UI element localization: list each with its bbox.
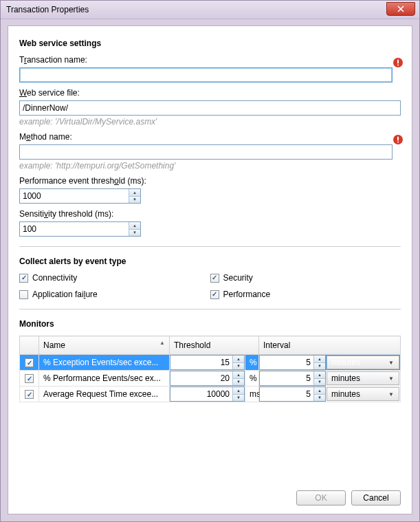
interval-unit-select[interactable]: minutes▼ <box>327 356 399 369</box>
table-row[interactable]: Average Request Time excee...▲▼ms▲▼minut… <box>20 387 401 402</box>
chevron-down-icon: ▼ <box>386 358 396 367</box>
monitor-name: Average Request Time excee... <box>39 389 169 399</box>
svg-rect-1 <box>397 60 399 64</box>
spin-up-icon[interactable]: ▲ <box>314 371 325 379</box>
application-failure-checkbox[interactable] <box>19 290 28 299</box>
interval-unit-value: minutes <box>331 373 360 383</box>
interval-unit-select[interactable]: minutes▼ <box>327 387 399 401</box>
col-header-threshold[interactable]: Threshold <box>170 336 259 355</box>
spin-up-icon[interactable]: ▲ <box>233 356 244 363</box>
spin-up-icon[interactable]: ▲ <box>129 189 140 197</box>
perf-threshold-input[interactable] <box>20 189 129 203</box>
threshold-spinner[interactable]: ▲▼ <box>170 387 245 402</box>
chevron-down-icon: ▼ <box>386 389 396 399</box>
interval-input[interactable] <box>260 387 313 401</box>
security-checkbox[interactable] <box>210 274 219 283</box>
label-web-service-file: Web service file: <box>19 88 401 98</box>
close-button[interactable] <box>386 2 415 16</box>
spin-down-icon[interactable]: ▼ <box>233 363 244 370</box>
section-web-service: Web service settings <box>19 39 401 48</box>
interval-spinner[interactable]: ▲▼ <box>259 355 326 370</box>
col-header-interval[interactable]: Interval <box>259 336 401 355</box>
chevron-down-icon: ▼ <box>386 373 396 383</box>
threshold-input[interactable] <box>170 387 232 401</box>
web-service-file-input[interactable] <box>19 100 401 116</box>
interval-spinner[interactable]: ▲▼ <box>259 387 326 402</box>
spin-down-icon[interactable]: ▼ <box>314 379 325 386</box>
table-row[interactable]: % Exception Events/sec exce...▲▼%▲▼minut… <box>20 355 401 371</box>
monitor-row-checkbox[interactable] <box>25 358 34 367</box>
method-name-input[interactable] <box>19 144 393 160</box>
window-title: Transaction Properties <box>6 5 89 14</box>
transaction-name-input[interactable] <box>19 67 393 83</box>
threshold-spinner[interactable]: ▲▼ <box>170 371 245 386</box>
label-sensitivity: Sensitivity threshold (ms): <box>19 209 401 219</box>
spin-down-icon[interactable]: ▼ <box>314 363 325 370</box>
svg-rect-2 <box>397 65 399 66</box>
performance-label: Performance <box>223 290 271 299</box>
spin-up-icon[interactable]: ▲ <box>233 371 244 379</box>
svg-rect-4 <box>397 137 399 141</box>
hint-web-service-file: example: '/VirtualDir/MyService.asmx' <box>19 117 401 127</box>
hint-method-name: example: 'http://tempuri.org/GetSomethin… <box>19 161 401 171</box>
close-icon <box>397 6 404 12</box>
spin-up-icon[interactable]: ▲ <box>233 387 244 395</box>
cancel-button[interactable]: Cancel <box>351 490 401 505</box>
sensitivity-spinner[interactable]: ▲▼ <box>19 221 141 237</box>
label-perf-threshold: Performance event threshold (ms): <box>19 176 401 186</box>
perf-threshold-spinner[interactable]: ▲▼ <box>19 188 141 204</box>
spin-up-icon[interactable]: ▲ <box>314 387 325 395</box>
threshold-spinner[interactable]: ▲▼ <box>170 355 245 370</box>
col-header-check[interactable] <box>20 336 39 355</box>
svg-rect-5 <box>397 142 399 143</box>
spin-up-icon[interactable]: ▲ <box>129 222 140 230</box>
col-header-name[interactable]: Name▲ <box>39 336 170 355</box>
monitors-table: Name▲ Threshold Interval % Exception Eve… <box>19 336 401 402</box>
spin-down-icon[interactable]: ▼ <box>233 395 244 402</box>
dialog-body: Web service settings Transaction name: W… <box>8 25 412 514</box>
monitor-row-checkbox[interactable] <box>25 374 34 383</box>
sort-asc-icon: ▲ <box>159 340 165 346</box>
divider <box>19 309 401 309</box>
section-collect-alerts: Collect alerts by event type <box>19 257 401 266</box>
spin-up-icon[interactable]: ▲ <box>314 356 325 363</box>
interval-unit-value: minutes <box>331 358 360 367</box>
interval-spinner[interactable]: ▲▼ <box>259 371 326 386</box>
sensitivity-input[interactable] <box>20 222 129 236</box>
titlebar: Transaction Properties <box>1 1 419 19</box>
security-label: Security <box>223 273 253 283</box>
ok-button[interactable]: OK <box>296 490 346 505</box>
interval-input[interactable] <box>260 371 313 385</box>
error-icon <box>393 134 404 145</box>
label-transaction-name: Transaction name: <box>19 55 401 65</box>
spin-down-icon[interactable]: ▼ <box>314 395 325 402</box>
monitor-name: % Exception Events/sec exce... <box>39 358 169 367</box>
dialog-window: Transaction Properties Web service setti… <box>0 0 420 522</box>
section-monitors: Monitors <box>19 319 401 329</box>
divider <box>19 246 401 247</box>
monitor-row-checkbox[interactable] <box>25 390 34 399</box>
threshold-input[interactable] <box>170 356 232 369</box>
connectivity-label: Connectivity <box>32 273 77 283</box>
interval-unit-value: minutes <box>331 389 360 399</box>
label-method-name: Method name: <box>19 132 401 142</box>
connectivity-checkbox[interactable] <box>19 274 28 283</box>
spin-down-icon[interactable]: ▼ <box>129 230 140 237</box>
error-icon <box>393 57 404 68</box>
spin-down-icon[interactable]: ▼ <box>129 197 140 204</box>
interval-input[interactable] <box>260 356 313 369</box>
interval-unit-select[interactable]: minutes▼ <box>327 371 399 385</box>
application-failure-label: Application failure <box>32 290 98 299</box>
threshold-input[interactable] <box>170 371 232 385</box>
table-row[interactable]: % Performance Events/sec ex...▲▼%▲▼minut… <box>20 371 401 387</box>
performance-checkbox[interactable] <box>210 290 219 299</box>
monitor-name: % Performance Events/sec ex... <box>39 373 169 383</box>
spin-down-icon[interactable]: ▼ <box>233 379 244 386</box>
